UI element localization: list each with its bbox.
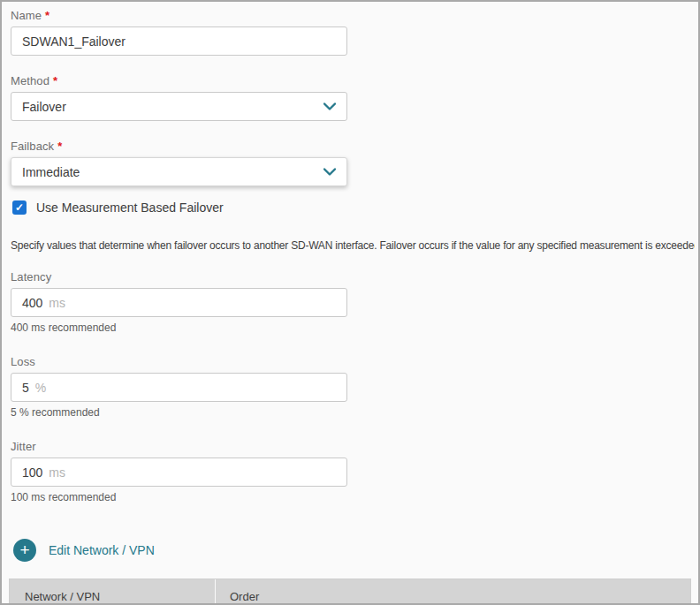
required-marker: * (57, 140, 62, 153)
name-input[interactable] (11, 26, 347, 56)
check-icon: ✓ (15, 202, 24, 213)
loss-label: Loss (11, 355, 695, 368)
add-icon[interactable]: + (13, 539, 36, 562)
jitter-unit: ms (49, 465, 65, 480)
failback-field-group: Failback* Immediate (11, 140, 695, 186)
latency-hint: 400 ms recommended (11, 321, 695, 334)
method-select[interactable]: Failover (11, 92, 347, 121)
latency-label: Latency (11, 270, 695, 284)
required-marker: * (53, 74, 57, 87)
latency-value: 400 (22, 296, 42, 310)
table-header-row: Network / VPN Order (10, 579, 690, 605)
jitter-value: 100 (22, 465, 42, 480)
plus-glyph: + (19, 541, 29, 558)
network-vpn-table: Network / VPN Order External-1 1 Externa… (9, 579, 691, 605)
failback-select[interactable]: Immediate (11, 157, 347, 186)
loss-value: 5 (22, 381, 29, 395)
jitter-input[interactable]: 100 ms (11, 458, 347, 487)
edit-network-vpn-link[interactable]: Edit Network / VPN (49, 543, 155, 557)
latency-input[interactable]: 400 ms (11, 288, 347, 317)
loss-input[interactable]: 5 % (11, 373, 347, 402)
measurement-checkbox-label: Use Measurement Based Failover (36, 200, 224, 215)
chevron-down-icon (323, 168, 336, 176)
jitter-field-group: Jitter 100 ms 100 ms recommended (11, 440, 695, 503)
jitter-label: Jitter (11, 440, 695, 453)
use-measurement-checkbox[interactable]: ✓ (12, 200, 27, 215)
latency-unit: ms (49, 296, 65, 310)
measurement-checkbox-row: ✓ Use Measurement Based Failover (12, 200, 695, 215)
failback-label: Failback* (11, 140, 695, 153)
method-selected-value: Failover (22, 100, 66, 114)
failover-description-text: Specify values that determine when failo… (11, 239, 695, 252)
jitter-hint: 100 ms recommended (11, 491, 695, 503)
name-label: Name* (11, 9, 695, 22)
method-label: Method* (11, 74, 695, 87)
latency-field-group: Latency 400 ms 400 ms recommended (11, 270, 695, 334)
name-field-group: Name* (11, 9, 695, 56)
failback-selected-value: Immediate (22, 165, 80, 179)
required-marker: * (45, 9, 49, 22)
column-header-order: Order (216, 590, 259, 603)
loss-field-group: Loss 5 % 5 % recommended (11, 355, 695, 419)
loss-unit: % (35, 381, 46, 395)
method-field-group: Method* Failover (11, 74, 695, 121)
column-header-network-vpn: Network / VPN (10, 590, 215, 603)
loss-hint: 5 % recommended (11, 406, 695, 419)
chevron-down-icon (323, 102, 336, 110)
edit-network-vpn-row: + Edit Network / VPN (13, 539, 695, 562)
sdwan-failover-form: Name* Method* Failover Failback* Immedia… (2, 2, 698, 605)
